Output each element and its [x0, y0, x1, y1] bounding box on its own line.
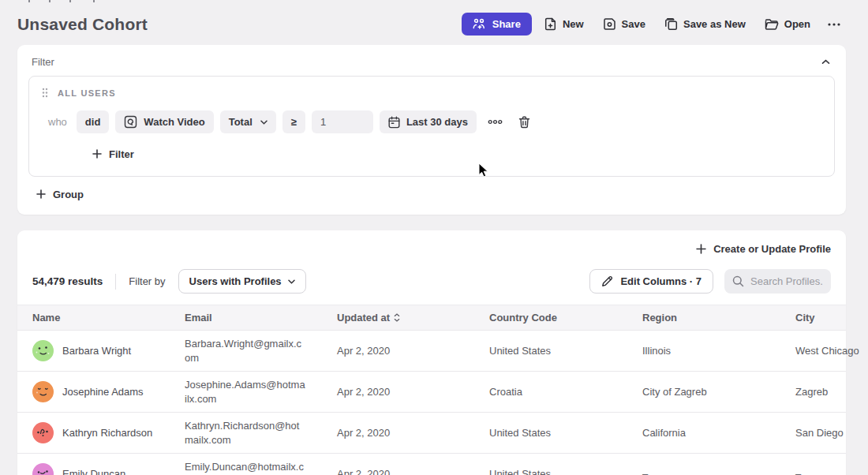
share-users-icon: [473, 18, 486, 30]
add-group-row: Group: [28, 177, 835, 205]
filter-card: Filter ALL USERS who did: [17, 45, 846, 215]
results-count: 54,479 results: [32, 275, 103, 287]
profile-country: Croatia: [474, 372, 627, 412]
profile-updated-at: Apr 2, 2020: [322, 331, 474, 371]
group-header: ALL USERS: [42, 88, 821, 98]
column-header-updated-at[interactable]: Updated at: [322, 305, 474, 330]
profile-region: City of Zagreb: [627, 372, 780, 412]
add-filter-row: Filter: [42, 133, 821, 163]
column-header-country-code[interactable]: Country Code: [474, 305, 627, 330]
page-header: Unsaved Cohort Share New: [0, 0, 868, 45]
table-row[interactable]: Kathryn Richardson Kathryn.Richardson@ho…: [17, 412, 846, 453]
save-as-new-button[interactable]: Save as New: [657, 13, 753, 36]
open-label: Open: [784, 18, 810, 30]
column-header-name[interactable]: Name: [17, 305, 170, 330]
avatar: [32, 381, 54, 402]
create-profile-row: Create or Update Profile: [17, 240, 846, 258]
more-options-button[interactable]: [822, 17, 846, 32]
cohort-group-box: ALL USERS who did Watch Video Total: [28, 76, 835, 177]
profile-name: Barbara Wright: [62, 345, 131, 357]
add-filter-button[interactable]: Filter: [92, 148, 134, 160]
profile-updated-at: Apr 2, 2020: [322, 372, 474, 412]
filter-by-label: Filter by: [129, 275, 165, 287]
create-profile-label: Create or Update Profile: [713, 243, 831, 255]
did-label: did: [85, 116, 101, 128]
did-selector[interactable]: did: [77, 110, 110, 133]
create-or-update-profile-button[interactable]: Create or Update Profile: [696, 243, 831, 255]
plus-icon: [36, 189, 46, 199]
add-group-label: Group: [53, 189, 84, 200]
column-header-city[interactable]: City: [780, 305, 846, 330]
table-row[interactable]: Barbara Wright Barbara.Wright@gmailx.com…: [17, 330, 846, 371]
profiles-filter-dropdown[interactable]: Users with Profiles: [178, 269, 306, 294]
profile-updated-at: Apr 2, 2020: [322, 454, 474, 475]
open-button[interactable]: Open: [758, 13, 817, 36]
save-label: Save: [622, 18, 645, 30]
event-label: Watch Video: [144, 116, 204, 128]
group-label: ALL USERS: [58, 88, 116, 98]
profile-region: California: [627, 413, 780, 453]
column-header-email[interactable]: Email: [170, 305, 322, 330]
toolbar: Share New Save: [462, 13, 846, 36]
profile-city: –: [780, 454, 846, 475]
chevron-down-icon: [288, 279, 295, 284]
results-bar: 54,479 results Filter by Users with Prof…: [17, 258, 846, 305]
collapse-filter-button[interactable]: [820, 58, 832, 66]
pencil-icon: [601, 275, 613, 287]
results-card: Create or Update Profile 54,479 results …: [17, 230, 846, 475]
profile-city: Zagreb: [780, 372, 846, 412]
date-range-selector[interactable]: Last 30 days: [380, 110, 477, 133]
plus-icon: [696, 244, 706, 254]
avatar: [32, 463, 54, 475]
add-group-button[interactable]: Group: [36, 189, 84, 200]
calendar-icon: [388, 116, 400, 129]
search-profiles-input[interactable]: [750, 275, 823, 287]
profile-city: West Chicago: [780, 331, 867, 371]
profile-region: Illinois: [627, 331, 780, 371]
threshold-value-input[interactable]: [312, 110, 373, 133]
results-bar-left: 54,479 results Filter by Users with Prof…: [32, 269, 306, 294]
table-row[interactable]: Emily Duncan Emily.Duncan@hotmailx.com A…: [17, 453, 846, 475]
avatar: [32, 340, 54, 361]
search-icon: [732, 275, 744, 287]
profile-email: Josephine.Adams@hotmailx.com: [170, 372, 315, 412]
save-button[interactable]: Save: [596, 13, 653, 36]
delete-condition-button[interactable]: [514, 113, 535, 132]
divider: [115, 274, 116, 290]
profile-region: –: [627, 454, 780, 475]
page-title: Unsaved Cohort: [17, 15, 148, 34]
folder-icon: [765, 18, 779, 31]
aggregation-selector[interactable]: Total: [220, 110, 276, 133]
edit-columns-button[interactable]: Edit Columns · 7: [589, 269, 713, 294]
event-selector[interactable]: Watch Video: [115, 110, 213, 133]
ellipsis-icon: [488, 119, 503, 125]
profile-name: Emily Duncan: [62, 468, 125, 475]
date-range-label: Last 30 days: [406, 116, 468, 128]
table-row[interactable]: Josephine Adams Josephine.Adams@hotmailx…: [17, 371, 846, 412]
profile-country: United States: [474, 331, 627, 371]
save-icon: [603, 17, 616, 31]
new-button[interactable]: New: [537, 13, 591, 36]
column-header-region[interactable]: Region: [627, 305, 780, 330]
filter-card-header: Filter: [28, 54, 835, 76]
chevron-down-icon: [260, 120, 268, 125]
profile-email: Barbara.Wright@gmailx.com: [170, 331, 315, 371]
profile-name: Josephine Adams: [62, 386, 144, 398]
profile-email: Kathryn.Richardson@hotmailx.com: [170, 413, 315, 453]
drag-handle-icon[interactable]: [42, 88, 48, 98]
chevron-up-icon: [821, 59, 830, 65]
profile-updated-at: Apr 2, 2020: [322, 413, 474, 453]
share-button[interactable]: Share: [462, 13, 532, 36]
profile-name: Kathryn Richardson: [62, 427, 152, 439]
who-label: who: [48, 116, 67, 128]
condition-more-button[interactable]: [483, 116, 507, 128]
sort-icon[interactable]: [394, 313, 400, 322]
event-icon: [124, 115, 137, 129]
operator-label: ≥: [291, 116, 297, 128]
plus-icon: [92, 149, 102, 159]
profile-email: Emily.Duncan@hotmailx.com: [170, 454, 315, 475]
trash-icon: [518, 116, 530, 129]
clipped-breadcrumb: [28, 0, 30, 2]
filter-condition-row: who did Watch Video Total: [42, 110, 821, 133]
operator-selector[interactable]: ≥: [282, 110, 305, 133]
